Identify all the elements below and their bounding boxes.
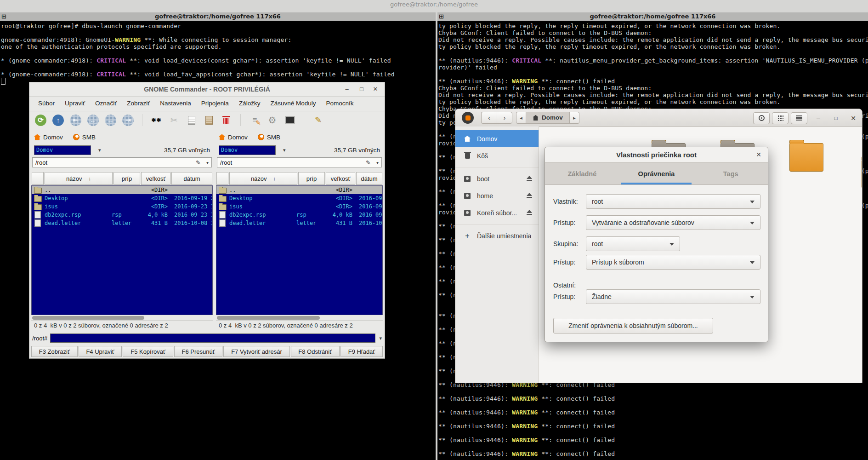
- folder-icon-isus[interactable]: [862, 160, 862, 188]
- column-header[interactable]: [216, 172, 228, 185]
- edit-icon[interactable]: [249, 115, 261, 126]
- column-header-4[interactable]: dátum: [171, 172, 212, 185]
- file-row[interactable]: Desktop<DIR>2016-09-19 20:: [32, 194, 212, 202]
- eject-icon[interactable]: [526, 176, 532, 181]
- command-history-arrow[interactable]: ▾: [379, 335, 382, 341]
- menu-sbor[interactable]: Súbor: [33, 96, 60, 111]
- menu-pomocnk[interactable]: Pomocník: [321, 96, 358, 111]
- close-icon[interactable]: [370, 82, 381, 96]
- file-row[interactable]: Desktop<DIR>2016-09-19 20:: [216, 194, 382, 202]
- horizontal-scrollbar[interactable]: [216, 315, 383, 320]
- permission-dropdown[interactable]: root: [586, 194, 760, 209]
- location-button[interactable]: [753, 112, 770, 124]
- path-dropdown-arrow[interactable]: ▾: [206, 160, 209, 165]
- dialog-titlebar[interactable]: Vlastnosti priečinka root: [545, 147, 768, 162]
- maximize-icon[interactable]: [827, 112, 845, 124]
- last-icon[interactable]: ⇥: [122, 115, 134, 126]
- folder-icon[interactable]: [789, 143, 823, 172]
- tab-tags[interactable]: Tags: [693, 163, 768, 184]
- fkey-button-f8[interactable]: F8 Odstrániť: [291, 346, 340, 357]
- menu-zobrazi[interactable]: Zobraziť: [122, 96, 155, 111]
- forward-button[interactable]: ›: [497, 112, 512, 124]
- minimize-icon[interactable]: [810, 112, 827, 124]
- permission-dropdown[interactable]: Prístup k súborom: [586, 255, 760, 270]
- delete-icon[interactable]: [221, 115, 232, 126]
- sidebar-item-koresbor[interactable]: Koreň súbor...: [455, 204, 539, 221]
- sidebar-item-domov[interactable]: Domov: [455, 130, 539, 147]
- tab-domov[interactable]: Domov: [34, 134, 63, 141]
- file-row[interactable]: isus<DIR>2016-09-23 15:: [216, 202, 382, 211]
- sidebar-item-alieumiestnenia[interactable]: Ďalšie umiestnenia: [455, 227, 539, 244]
- column-header-2[interactable]: príp: [298, 172, 325, 185]
- first-icon[interactable]: ⇤: [70, 115, 81, 126]
- back-button[interactable]: ‹: [481, 112, 497, 124]
- path-segment-home[interactable]: Domov: [526, 112, 570, 124]
- maximize-icon[interactable]: [356, 82, 367, 96]
- file-list[interactable]: ..<DIR>Desktop<DIR>2016-09-19 20:isus<DI…: [31, 185, 213, 315]
- file-row[interactable]: db2expc.rsprsp4,0 kB2016-09-23 15:: [32, 211, 212, 219]
- back-icon[interactable]: ←: [87, 115, 99, 126]
- fkey-button-f4[interactable]: F4 Upraviť: [79, 346, 122, 357]
- files-app-icon[interactable]: [462, 112, 474, 124]
- edit-path-icon[interactable]: ✎: [196, 159, 201, 166]
- drive-selector[interactable]: Domov: [219, 145, 276, 155]
- tab-základné[interactable]: Základné: [545, 163, 619, 184]
- menu-zsuvnmoduly[interactable]: Zásuvné Moduly: [265, 96, 321, 111]
- drive-selector[interactable]: Domov: [34, 145, 91, 155]
- column-header-4[interactable]: dátum: [356, 172, 382, 185]
- settings-icon[interactable]: [267, 115, 278, 126]
- menu-button[interactable]: [791, 112, 807, 124]
- refresh-icon[interactable]: ⟳: [35, 115, 46, 126]
- sidebar-item-boot[interactable]: boot: [455, 170, 539, 187]
- menu-oznai[interactable]: Označiť: [90, 96, 122, 111]
- tab-smb[interactable]: SMB: [73, 134, 96, 141]
- column-header-1[interactable]: názov↓: [229, 172, 297, 185]
- file-row[interactable]: isus<DIR>2016-09-23 15:: [32, 202, 212, 211]
- close-icon[interactable]: [756, 147, 761, 162]
- path-scroll-left-button[interactable]: ◂: [516, 112, 526, 124]
- file-row[interactable]: ..<DIR>: [32, 186, 212, 194]
- path-scroll-right-button[interactable]: ▸: [570, 112, 579, 124]
- minimize-icon[interactable]: [341, 82, 352, 96]
- forward-icon[interactable]: →: [105, 115, 116, 126]
- gcmd-titlebar[interactable]: GNOME Commander - ROOT PRIVILÉGIÁ: [29, 82, 385, 97]
- column-header-1[interactable]: názov↓: [45, 172, 113, 185]
- file-row[interactable]: dead.letterletter431 B2016-10-08 11:: [32, 219, 212, 227]
- tab-smb[interactable]: SMB: [258, 134, 280, 141]
- terminal-titlebar[interactable]: ⊞ gofree@traktor:/home/gofree 117x66: [437, 12, 868, 21]
- window-menu-icon[interactable]: ⊞: [439, 12, 444, 21]
- edit-path-icon[interactable]: ✎: [366, 159, 371, 166]
- terminal-icon[interactable]: [284, 115, 295, 126]
- rename-icon[interactable]: [312, 115, 324, 126]
- file-list[interactable]: ..<DIR>Desktop<DIR>2016-09-19 20:isus<DI…: [216, 185, 383, 315]
- window-menu-icon[interactable]: ⊞: [1, 12, 6, 21]
- fkey-button-f3[interactable]: F3 Zobraziť: [31, 346, 78, 357]
- fkey-button-f6[interactable]: F6 Presunúť: [174, 346, 223, 357]
- permission-dropdown[interactable]: Vytváranie a odstraňovanie súborov: [586, 215, 760, 230]
- path-bar[interactable]: /root ✎ ▾: [217, 157, 382, 167]
- nautilus-headerbar[interactable]: ‹ › ◂ Domov ▸: [455, 109, 862, 127]
- eject-icon[interactable]: [526, 193, 532, 198]
- fkey-button-f5[interactable]: F5 Kopírovať: [123, 346, 173, 357]
- tab-oprávnenia[interactable]: Oprávnenia: [619, 163, 694, 184]
- permission-dropdown[interactable]: root: [586, 236, 680, 251]
- scrollbar-thumb[interactable]: [217, 316, 320, 320]
- permission-dropdown[interactable]: Žiadne: [586, 289, 760, 304]
- column-header[interactable]: [32, 172, 44, 185]
- grid-view-button[interactable]: [772, 112, 789, 124]
- close-icon[interactable]: [845, 112, 862, 124]
- menu-zloky[interactable]: Záložky: [234, 96, 266, 111]
- select-icon[interactable]: ✱✱: [151, 115, 162, 126]
- paste-icon[interactable]: [203, 115, 215, 126]
- menu-nastavenia[interactable]: Nastavenia: [155, 96, 196, 111]
- column-header-3[interactable]: veľkosť: [326, 172, 355, 185]
- file-row[interactable]: ..<DIR>: [216, 186, 382, 194]
- path-bar[interactable]: /root ✎ ▾: [32, 157, 212, 167]
- menu-upravi[interactable]: Upraviť: [60, 96, 90, 111]
- eject-icon[interactable]: [526, 210, 532, 215]
- change-permissions-button[interactable]: Zmeniť oprávnenia k obsiahnutým súborom.…: [553, 318, 713, 334]
- menu-pripojenia[interactable]: Pripojenia: [196, 96, 234, 111]
- sidebar-item-k[interactable]: Kôš: [455, 147, 539, 164]
- tab-domov[interactable]: Domov: [219, 134, 248, 141]
- column-header-2[interactable]: príp: [113, 172, 140, 185]
